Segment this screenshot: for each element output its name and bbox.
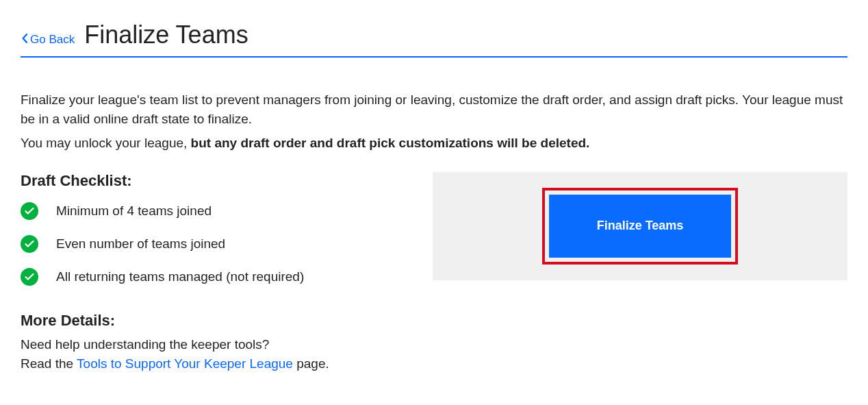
check-icon xyxy=(21,268,38,286)
draft-checklist: Minimum of 4 teams joined Even number of… xyxy=(21,202,412,286)
content-row: Draft Checklist: Minimum of 4 teams join… xyxy=(21,172,847,374)
header-divider xyxy=(21,56,847,58)
more-details-heading: More Details: xyxy=(21,312,412,330)
intro-p2-prefix: You may unlock your league, xyxy=(21,136,191,150)
checklist-item: Even number of teams joined xyxy=(21,235,412,253)
intro-paragraph-2: You may unlock your league, but any draf… xyxy=(21,134,847,153)
more-details-read: Read the Tools to Support Your Keeper Le… xyxy=(21,354,412,374)
action-panel: Finalize Teams xyxy=(433,172,847,280)
more-details-question: Need help understanding the keeper tools… xyxy=(21,335,412,355)
intro-p2-bold: but any draft order and draft pick custo… xyxy=(191,136,590,150)
finalize-teams-button[interactable]: Finalize Teams xyxy=(549,195,731,258)
checklist-item-label: Even number of teams joined xyxy=(56,236,225,251)
chevron-left-icon xyxy=(21,33,29,47)
intro-text: Finalize your league's team list to prev… xyxy=(21,90,847,153)
intro-paragraph-1: Finalize your league's team list to prev… xyxy=(21,90,847,128)
checklist-item: Minimum of 4 teams joined xyxy=(21,202,412,220)
more-details-read-suffix: page. xyxy=(293,356,329,371)
go-back-link[interactable]: Go Back xyxy=(21,33,75,47)
page-header: Go Back Finalize Teams xyxy=(21,21,847,49)
checklist-item-label: Minimum of 4 teams joined xyxy=(56,204,212,219)
checklist-item-label: All returning teams managed (not require… xyxy=(56,269,304,284)
page-title: Finalize Teams xyxy=(84,21,248,49)
go-back-label: Go Back xyxy=(30,33,75,47)
checklist-item: All returning teams managed (not require… xyxy=(21,268,412,286)
finalize-highlight-box: Finalize Teams xyxy=(542,188,738,265)
left-column: Draft Checklist: Minimum of 4 teams join… xyxy=(21,172,412,374)
more-details-text: Need help understanding the keeper tools… xyxy=(21,335,412,374)
checklist-heading: Draft Checklist: xyxy=(21,172,412,190)
more-details-read-prefix: Read the xyxy=(21,356,77,371)
check-icon xyxy=(21,235,38,253)
keeper-tools-link[interactable]: Tools to Support Your Keeper League xyxy=(77,356,293,371)
check-icon xyxy=(21,202,38,220)
